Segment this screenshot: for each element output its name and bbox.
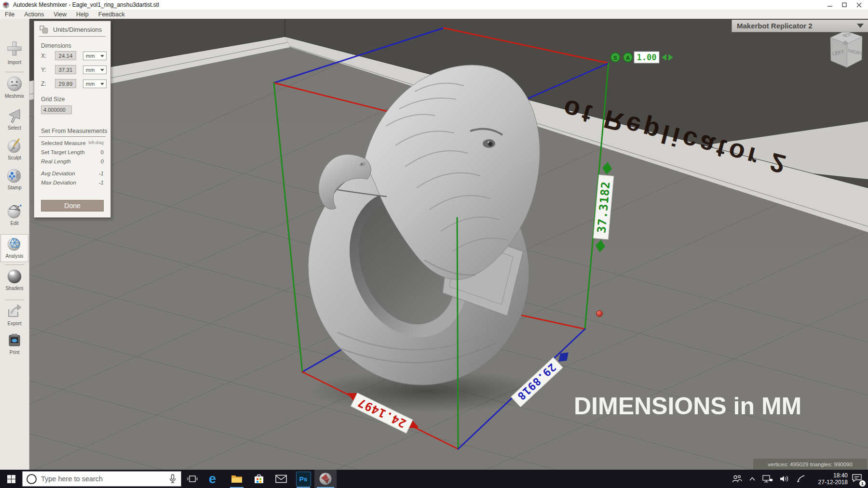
meshmixer-icon [319, 472, 332, 486]
store-button[interactable] [248, 470, 270, 488]
menu-actions[interactable]: Actions [19, 11, 49, 18]
task-view-button[interactable] [181, 470, 203, 488]
sidebar-item-analysis[interactable]: Analysis [0, 236, 29, 259]
sidebar-item-stamp[interactable]: Stamp [0, 167, 29, 190]
y-value-input[interactable] [55, 65, 76, 74]
grid-size-input[interactable] [41, 106, 72, 114]
sidebar-divider [5, 300, 24, 300]
close-button[interactable] [852, 0, 866, 10]
mesh-sphere-icon [6, 236, 23, 253]
clock-time: 18:40 [814, 472, 848, 479]
clock-date: 27-12-2018 [814, 479, 848, 486]
printer-selector-label: Makerbot Replicator 2 [737, 22, 857, 30]
sidebar-item-meshmix[interactable]: Meshmix [0, 76, 29, 99]
printer-icon [6, 332, 23, 349]
export-arrow-icon [6, 303, 23, 320]
hidden-icons-chevron[interactable] [749, 476, 756, 481]
panel-divider [39, 136, 106, 137]
sidebar-item-export[interactable]: Export [0, 303, 29, 326]
sidebar-item-select[interactable]: Select [0, 107, 29, 131]
panel-divider [39, 36, 106, 37]
taskbar-search[interactable]: Type here to search [22, 471, 181, 487]
sidebar-item-shaders[interactable]: Shaders [0, 268, 29, 291]
task-view-icon [187, 474, 198, 484]
cursor-arrow-icon [6, 107, 23, 125]
dimension-row-y: Y: mm [41, 65, 110, 74]
z-value-input[interactable] [55, 79, 76, 88]
units-dimensions-panel: Units/Dimensions Dimensions X: mm Y: mm … [34, 21, 111, 218]
folder-icon [231, 474, 243, 484]
meshmixer-taskbar-button[interactable] [314, 470, 337, 488]
minimize-button[interactable] [823, 0, 837, 10]
pen-icon[interactable] [796, 475, 806, 483]
photoshop-button[interactable]: Ps [292, 470, 314, 488]
pivot-point-dot[interactable] [597, 311, 603, 317]
volume-icon[interactable] [780, 475, 789, 483]
notification-badge: 1 [859, 480, 866, 487]
mesh-statistics: vertices: 495029 triangles: 990090 [753, 459, 867, 470]
stamp-sphere-icon [6, 167, 23, 185]
menu-bar: File Actions View Help Feedback [0, 10, 868, 19]
window-title: Autodesk Meshmixer - Eagle_vol1_ring_ans… [13, 1, 159, 8]
dimensions-section-label: Dimensions [41, 42, 110, 49]
edge-button[interactable]: e [203, 470, 226, 488]
meshmixer-logo-icon [2, 1, 10, 9]
wireframe-sphere-icon [6, 203, 23, 220]
dimensions-caption: DIMENSIONS in MM [574, 392, 825, 420]
taskbar-clock[interactable]: 18:40 27-12-2018 [814, 472, 848, 486]
grid-size-label: Grid Size [41, 96, 110, 103]
cortana-icon [27, 474, 37, 484]
action-center-button[interactable]: 1 [852, 473, 862, 485]
menu-help[interactable]: Help [71, 11, 94, 18]
sphere-face-icon [6, 76, 23, 93]
microphone-icon[interactable] [169, 474, 176, 484]
panel-title: Units/Dimensions [53, 26, 102, 33]
file-explorer-button[interactable] [226, 470, 248, 488]
x-value-input[interactable] [55, 51, 76, 60]
title-bar: Autodesk Meshmixer - Eagle_vol1_ring_ans… [0, 0, 868, 10]
meshmixer-window: Autodesk Meshmixer - Eagle_vol1_ring_ans… [0, 0, 868, 488]
menu-view[interactable]: View [49, 11, 71, 18]
measure-row-avg: Avg Deviation -1 [41, 171, 104, 176]
photoshop-icon: Ps [296, 472, 311, 487]
brush-sphere-icon [6, 137, 23, 155]
sidebar-item-print[interactable]: Print [0, 332, 29, 355]
menu-file[interactable]: File [0, 11, 19, 18]
printer-selector[interactable]: Makerbot Replicator 2 [732, 20, 868, 32]
x-unit-select[interactable]: mm [83, 52, 107, 60]
sidebar-item-sculpt[interactable]: Sculpt [0, 137, 29, 160]
done-button[interactable]: Done [41, 200, 104, 211]
chevron-down-icon [100, 83, 104, 85]
chevron-down-icon [100, 69, 104, 71]
network-icon[interactable] [762, 475, 773, 483]
measure-row-real: Real Length 0 [41, 158, 104, 164]
sidebar-item-edit[interactable]: Edit [0, 203, 29, 226]
units-dimensions-icon [39, 25, 49, 34]
z-unit-select[interactable]: mm [83, 79, 107, 88]
y-unit-select[interactable]: mm [83, 66, 107, 74]
y-label: Y: [41, 66, 51, 73]
windows-taskbar: Type here to search e [0, 470, 868, 488]
windows-logo-icon [7, 475, 15, 483]
mail-icon [275, 474, 287, 484]
svg-text:1.00: 1.00 [637, 53, 657, 62]
chevron-down-icon [100, 55, 104, 57]
maximize-button[interactable] [837, 0, 852, 10]
mail-button[interactable] [270, 470, 292, 488]
measure-row-target: Set Target Length 0 [41, 149, 104, 155]
people-icon[interactable] [732, 474, 742, 484]
chrome-sphere-icon [6, 268, 23, 285]
measure-row-selected: Selected Measure left-drag [41, 140, 104, 146]
plus-icon [6, 41, 23, 59]
dimension-row-z: Z: mm [41, 79, 110, 88]
svg-text:e: e [209, 472, 216, 486]
measurements-section-title: Set From Measurements [41, 128, 110, 134]
search-placeholder: Type here to search [41, 475, 169, 483]
sidebar-item-import[interactable]: Import [0, 41, 29, 65]
svg-text:A: A [626, 55, 630, 61]
menu-feedback[interactable]: Feedback [94, 11, 130, 18]
svg-text:S: S [613, 55, 617, 61]
sidebar-divider [5, 72, 24, 72]
start-button[interactable] [0, 470, 22, 488]
dropdown-arrow-icon [857, 24, 864, 28]
